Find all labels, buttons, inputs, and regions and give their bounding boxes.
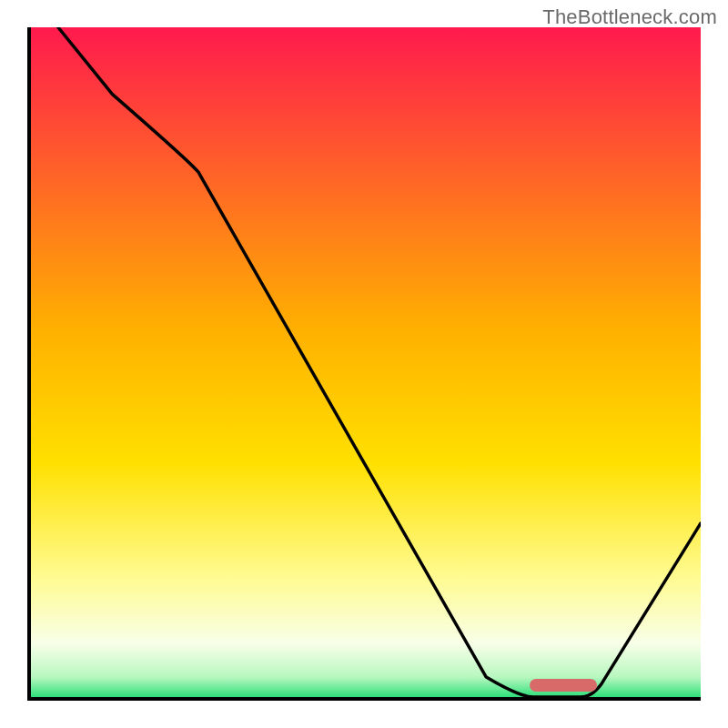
chart-container: TheBottleneck.com (0, 0, 728, 728)
plot-area (27, 27, 701, 701)
bottleneck-curve (31, 27, 701, 697)
watermark-text: TheBottleneck.com (542, 5, 717, 29)
optimal-range-marker (530, 679, 597, 692)
